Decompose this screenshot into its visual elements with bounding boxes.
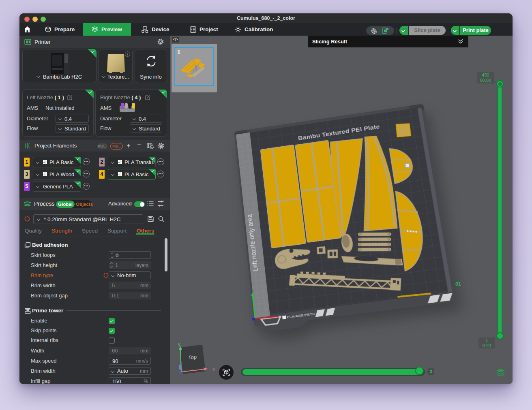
svg-text:y: y bbox=[178, 343, 180, 347]
svg-text:x: x bbox=[212, 367, 215, 372]
